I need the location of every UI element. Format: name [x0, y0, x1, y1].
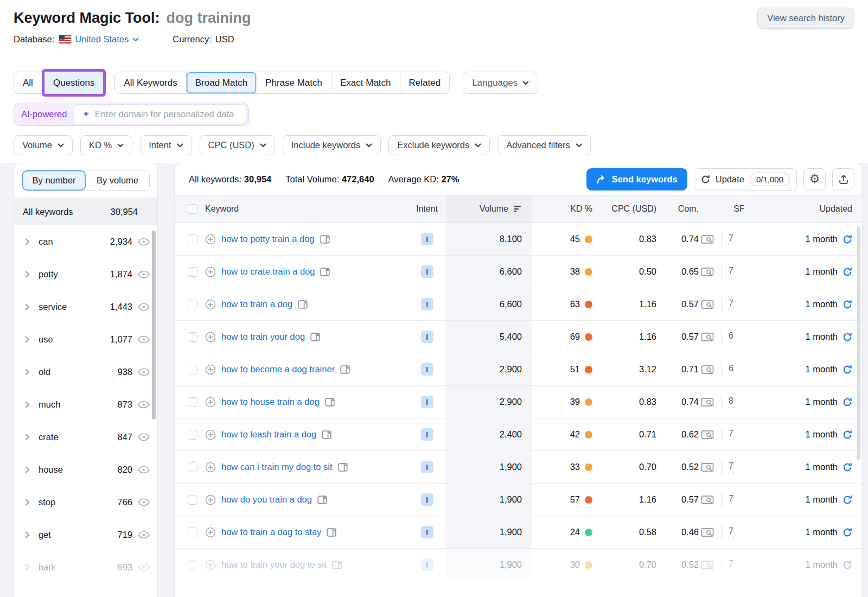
row-checkbox[interactable]: [188, 300, 197, 309]
row-checkbox[interactable]: [188, 528, 197, 537]
eye-icon[interactable]: [138, 368, 150, 376]
group-item-old[interactable]: old 938: [14, 355, 157, 388]
sf-count[interactable]: 7: [729, 266, 733, 277]
keyword-link[interactable]: how do you train a dog: [221, 494, 312, 505]
plus-circle-icon[interactable]: [205, 560, 216, 570]
col-updated[interactable]: Updated: [763, 204, 852, 214]
eye-icon[interactable]: [138, 433, 150, 441]
keyword-link[interactable]: how to train your dog to sit: [221, 560, 327, 570]
all-keywords-row[interactable]: All keywords 30,954: [14, 198, 157, 225]
keyword-link[interactable]: how to potty train a dog: [221, 234, 315, 244]
row-checkbox[interactable]: [188, 560, 197, 570]
table-settings-button[interactable]: ⚙: [803, 168, 826, 190]
intent-badge[interactable]: I: [421, 526, 433, 538]
eye-icon[interactable]: [138, 335, 150, 344]
keyword-link[interactable]: how to train a dog: [221, 299, 292, 309]
refresh-icon[interactable]: [843, 528, 852, 537]
intent-badge[interactable]: I: [421, 428, 433, 441]
col-intent[interactable]: Intent: [408, 204, 446, 214]
col-sf[interactable]: SF: [699, 204, 763, 214]
filter-cpc[interactable]: CPC (USD): [200, 135, 275, 155]
col-kd[interactable]: KD %: [532, 204, 592, 214]
group-item-stop[interactable]: stop 766: [14, 486, 157, 518]
languages-dropdown[interactable]: Languages: [463, 72, 538, 94]
by-volume-tab[interactable]: By volume: [86, 170, 149, 190]
row-checkbox[interactable]: [188, 495, 197, 505]
serp-preview-icon[interactable]: [701, 560, 714, 570]
refresh-icon[interactable]: [843, 462, 852, 472]
tab-phrase-match[interactable]: Phrase Match: [257, 72, 331, 93]
row-checkbox[interactable]: [188, 430, 197, 440]
group-item-potty[interactable]: potty 1,874: [14, 258, 157, 290]
serp-preview-icon[interactable]: [701, 267, 714, 277]
serp-preview-icon[interactable]: [701, 430, 714, 440]
sf-count[interactable]: 7: [729, 526, 733, 538]
filter-advanced[interactable]: Advanced filters: [497, 135, 590, 155]
sf-count[interactable]: 7: [729, 559, 733, 570]
group-item-much[interactable]: much 873: [14, 388, 157, 421]
filter-intent[interactable]: Intent: [140, 135, 192, 155]
tab-exact-match[interactable]: Exact Match: [331, 72, 400, 93]
keyword-link[interactable]: how can i train my dog to sit: [221, 462, 333, 472]
sf-count[interactable]: 7: [729, 429, 733, 440]
plus-circle-icon[interactable]: [205, 234, 216, 245]
update-button[interactable]: Update 0/1,000: [694, 168, 797, 190]
filter-include-keywords[interactable]: Include keywords: [283, 135, 381, 155]
serp-preview-icon[interactable]: [701, 495, 714, 505]
sf-count[interactable]: 7: [729, 494, 733, 505]
plus-circle-icon[interactable]: [205, 462, 216, 473]
plus-circle-icon[interactable]: [205, 332, 216, 342]
eye-icon[interactable]: [138, 563, 150, 571]
send-keywords-button[interactable]: Send keywords: [586, 168, 687, 190]
sf-count[interactable]: 7: [729, 233, 733, 245]
export-button[interactable]: [832, 168, 854, 190]
view-search-history-button[interactable]: View search history: [757, 8, 854, 29]
sf-count[interactable]: 6: [729, 331, 733, 342]
plus-circle-icon[interactable]: [205, 429, 216, 440]
col-keyword[interactable]: Keyword: [205, 204, 408, 214]
plus-circle-icon[interactable]: [205, 397, 216, 408]
row-checkbox[interactable]: [188, 397, 197, 407]
refresh-icon[interactable]: [843, 495, 852, 505]
eye-icon[interactable]: [138, 270, 150, 278]
row-checkbox[interactable]: [188, 267, 197, 277]
refresh-icon[interactable]: [843, 365, 852, 374]
refresh-icon[interactable]: [843, 430, 852, 440]
serp-preview-icon[interactable]: [701, 234, 714, 244]
serp-preview-icon[interactable]: [701, 365, 714, 374]
keyword-link[interactable]: how to crate train a dog: [221, 266, 315, 277]
group-item-bark[interactable]: bark 693: [14, 551, 157, 583]
intent-badge[interactable]: I: [421, 493, 433, 506]
serp-preview-icon[interactable]: [701, 332, 714, 342]
eye-icon[interactable]: [138, 466, 150, 474]
filter-volume[interactable]: Volume: [14, 135, 73, 155]
eye-icon[interactable]: [138, 303, 150, 311]
col-volume[interactable]: Volume: [446, 195, 532, 223]
table-scrollbar[interactable]: [857, 226, 860, 460]
by-number-tab[interactable]: By number: [22, 170, 86, 190]
eye-icon[interactable]: [138, 238, 150, 246]
intent-badge[interactable]: I: [421, 558, 433, 571]
plus-circle-icon[interactable]: [205, 364, 216, 375]
col-cpc[interactable]: CPC (USD): [592, 204, 656, 214]
serp-preview-icon[interactable]: [701, 300, 714, 309]
intent-badge[interactable]: I: [421, 396, 433, 408]
plus-circle-icon[interactable]: [205, 527, 216, 538]
plus-circle-icon[interactable]: [205, 494, 216, 505]
refresh-icon[interactable]: [843, 332, 852, 342]
intent-badge[interactable]: I: [421, 461, 433, 473]
filter-kd[interactable]: KD %: [80, 135, 132, 155]
row-checkbox[interactable]: [188, 332, 197, 342]
tab-all[interactable]: All: [14, 72, 42, 93]
refresh-icon[interactable]: [843, 300, 852, 309]
serp-preview-icon[interactable]: [701, 528, 714, 537]
eye-icon[interactable]: [138, 401, 150, 409]
col-com[interactable]: Com.: [656, 204, 699, 214]
sf-count[interactable]: 6: [729, 364, 733, 375]
intent-badge[interactable]: I: [421, 265, 433, 278]
intent-badge[interactable]: I: [421, 363, 433, 376]
intent-badge[interactable]: I: [421, 298, 433, 310]
keyword-link[interactable]: how to become a dog trainer: [221, 364, 335, 374]
eye-icon[interactable]: [138, 498, 150, 506]
refresh-icon[interactable]: [843, 267, 852, 277]
